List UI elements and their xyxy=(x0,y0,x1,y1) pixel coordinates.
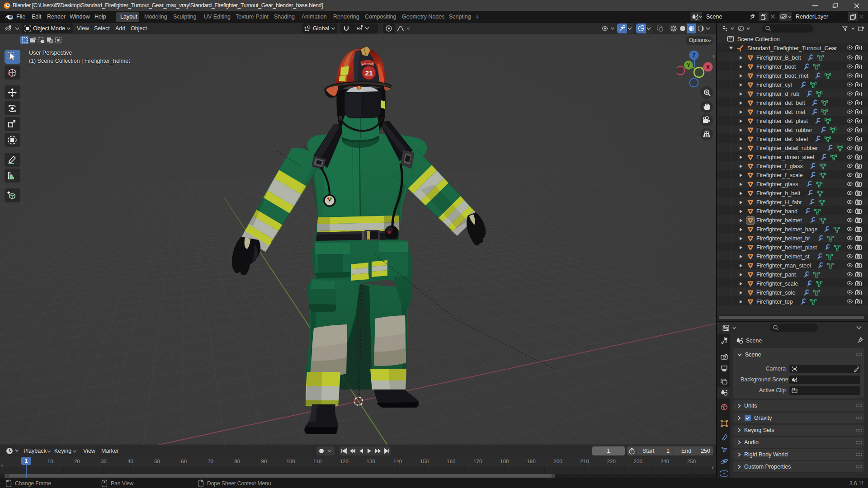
svg-text:Z: Z xyxy=(692,52,695,59)
svg-text:X: X xyxy=(706,64,710,70)
svg-text:21: 21 xyxy=(365,69,373,77)
svg-text:Y: Y xyxy=(687,62,690,69)
svg-text:CAPTAIN: CAPTAIN xyxy=(362,62,373,65)
